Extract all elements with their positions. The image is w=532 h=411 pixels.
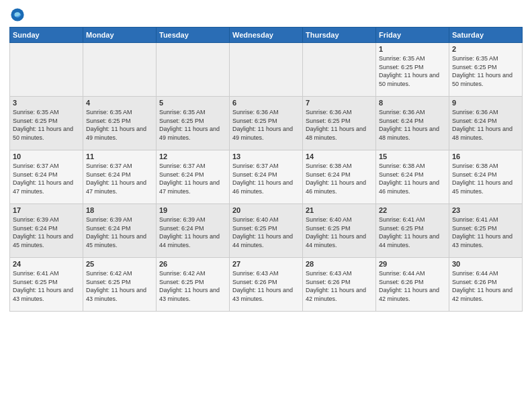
sunset-text: Sunset: 6:26 PM bbox=[379, 279, 424, 285]
daylight-text: Daylight: 11 hours and 49 minutes. bbox=[86, 126, 146, 141]
sunset-text: Sunset: 6:24 PM bbox=[13, 225, 58, 232]
sunset-text: Sunset: 6:24 PM bbox=[86, 171, 131, 178]
day-info: Sunrise: 6:38 AM Sunset: 6:24 PM Dayligh… bbox=[452, 162, 519, 195]
day-info: Sunrise: 6:37 AM Sunset: 6:24 PM Dayligh… bbox=[13, 162, 80, 195]
daylight-text: Daylight: 11 hours and 50 minutes. bbox=[452, 72, 513, 87]
day-cell: 29 Sunrise: 6:44 AM Sunset: 6:26 PM Dayl… bbox=[376, 258, 449, 312]
day-number: 3 bbox=[13, 99, 80, 107]
day-cell bbox=[230, 43, 303, 97]
sunset-text: Sunset: 6:25 PM bbox=[86, 279, 131, 285]
day-info: Sunrise: 6:39 AM Sunset: 6:24 PM Dayligh… bbox=[159, 216, 226, 249]
sunrise-text: Sunrise: 6:36 AM bbox=[306, 109, 352, 116]
day-cell: 5 Sunrise: 6:35 AM Sunset: 6:25 PM Dayli… bbox=[157, 97, 230, 150]
sunset-text: Sunset: 6:24 PM bbox=[452, 171, 497, 178]
day-cell: 28 Sunrise: 6:43 AM Sunset: 6:26 PM Dayl… bbox=[303, 258, 376, 312]
day-cell: 22 Sunrise: 6:41 AM Sunset: 6:25 PM Dayl… bbox=[376, 204, 449, 258]
day-info: Sunrise: 6:42 AM Sunset: 6:25 PM Dayligh… bbox=[159, 269, 226, 303]
sunrise-text: Sunrise: 6:41 AM bbox=[452, 216, 498, 223]
day-info: Sunrise: 6:41 AM Sunset: 6:25 PM Dayligh… bbox=[452, 216, 519, 249]
daylight-text: Daylight: 11 hours and 43 minutes. bbox=[159, 287, 220, 302]
header-monday: Monday bbox=[83, 28, 157, 43]
sunrise-text: Sunrise: 6:35 AM bbox=[13, 109, 59, 116]
sunset-text: Sunset: 6:26 PM bbox=[452, 279, 497, 285]
header-sunday: Sunday bbox=[10, 28, 83, 43]
day-cell: 19 Sunrise: 6:39 AM Sunset: 6:24 PM Dayl… bbox=[157, 204, 230, 258]
day-info: Sunrise: 6:36 AM Sunset: 6:25 PM Dayligh… bbox=[306, 108, 373, 142]
day-number: 24 bbox=[13, 260, 80, 268]
sunset-text: Sunset: 6:25 PM bbox=[13, 279, 58, 285]
header-row: Sunday Monday Tuesday Wednesday Thursday… bbox=[10, 28, 523, 43]
sunrise-text: Sunrise: 6:39 AM bbox=[13, 216, 59, 223]
daylight-text: Daylight: 11 hours and 49 minutes. bbox=[232, 126, 293, 141]
day-cell: 3 Sunrise: 6:35 AM Sunset: 6:25 PM Dayli… bbox=[10, 97, 83, 150]
day-number: 14 bbox=[306, 152, 373, 161]
sunrise-text: Sunrise: 6:36 AM bbox=[379, 109, 425, 116]
sunrise-text: Sunrise: 6:39 AM bbox=[86, 216, 132, 223]
daylight-text: Daylight: 11 hours and 42 minutes. bbox=[379, 287, 439, 302]
daylight-text: Daylight: 11 hours and 43 minutes. bbox=[13, 287, 73, 302]
day-info: Sunrise: 6:38 AM Sunset: 6:24 PM Dayligh… bbox=[379, 162, 446, 195]
daylight-text: Daylight: 11 hours and 49 minutes. bbox=[159, 126, 220, 141]
sunrise-text: Sunrise: 6:40 AM bbox=[306, 216, 352, 223]
daylight-text: Daylight: 11 hours and 46 minutes. bbox=[232, 179, 293, 195]
day-info: Sunrise: 6:35 AM Sunset: 6:25 PM Dayligh… bbox=[379, 54, 446, 88]
daylight-text: Daylight: 11 hours and 43 minutes. bbox=[232, 287, 293, 302]
day-number: 6 bbox=[232, 99, 300, 107]
header-tuesday: Tuesday bbox=[157, 28, 230, 43]
day-info: Sunrise: 6:41 AM Sunset: 6:25 PM Dayligh… bbox=[379, 216, 446, 249]
day-info: Sunrise: 6:36 AM Sunset: 6:24 PM Dayligh… bbox=[379, 108, 446, 142]
day-cell: 13 Sunrise: 6:37 AM Sunset: 6:24 PM Dayl… bbox=[230, 150, 303, 204]
day-info: Sunrise: 6:44 AM Sunset: 6:26 PM Dayligh… bbox=[379, 269, 446, 303]
day-info: Sunrise: 6:41 AM Sunset: 6:25 PM Dayligh… bbox=[13, 269, 80, 303]
logo bbox=[9, 7, 28, 23]
day-info: Sunrise: 6:43 AM Sunset: 6:26 PM Dayligh… bbox=[306, 269, 373, 303]
day-number: 9 bbox=[452, 99, 519, 107]
day-cell: 2 Sunrise: 6:35 AM Sunset: 6:25 PM Dayli… bbox=[449, 43, 523, 97]
day-cell: 18 Sunrise: 6:39 AM Sunset: 6:24 PM Dayl… bbox=[83, 204, 157, 258]
day-info: Sunrise: 6:39 AM Sunset: 6:24 PM Dayligh… bbox=[13, 216, 80, 249]
day-cell: 14 Sunrise: 6:38 AM Sunset: 6:24 PM Dayl… bbox=[303, 150, 376, 204]
sunset-text: Sunset: 6:25 PM bbox=[306, 225, 351, 232]
day-number: 2 bbox=[452, 45, 519, 53]
sunrise-text: Sunrise: 6:37 AM bbox=[86, 163, 132, 169]
sunrise-text: Sunrise: 6:38 AM bbox=[452, 163, 498, 169]
daylight-text: Daylight: 11 hours and 44 minutes. bbox=[379, 233, 439, 248]
daylight-text: Daylight: 11 hours and 44 minutes. bbox=[232, 233, 293, 248]
sunset-text: Sunset: 6:25 PM bbox=[306, 118, 351, 124]
day-number: 13 bbox=[232, 152, 300, 161]
day-cell: 20 Sunrise: 6:40 AM Sunset: 6:25 PM Dayl… bbox=[230, 204, 303, 258]
daylight-text: Daylight: 11 hours and 46 minutes. bbox=[306, 179, 366, 195]
day-info: Sunrise: 6:40 AM Sunset: 6:25 PM Dayligh… bbox=[232, 216, 300, 249]
day-cell: 27 Sunrise: 6:43 AM Sunset: 6:26 PM Dayl… bbox=[230, 258, 303, 312]
day-cell: 6 Sunrise: 6:36 AM Sunset: 6:25 PM Dayli… bbox=[230, 97, 303, 150]
day-cell: 15 Sunrise: 6:38 AM Sunset: 6:24 PM Dayl… bbox=[376, 150, 449, 204]
sunrise-text: Sunrise: 6:38 AM bbox=[379, 163, 425, 169]
daylight-text: Daylight: 11 hours and 48 minutes. bbox=[306, 126, 366, 141]
day-info: Sunrise: 6:36 AM Sunset: 6:24 PM Dayligh… bbox=[452, 108, 519, 142]
sunset-text: Sunset: 6:24 PM bbox=[452, 118, 497, 124]
sunrise-text: Sunrise: 6:43 AM bbox=[232, 270, 279, 277]
day-number: 27 bbox=[232, 260, 300, 268]
day-info: Sunrise: 6:35 AM Sunset: 6:25 PM Dayligh… bbox=[159, 108, 226, 142]
daylight-text: Daylight: 11 hours and 43 minutes. bbox=[86, 287, 146, 302]
day-info: Sunrise: 6:42 AM Sunset: 6:25 PM Dayligh… bbox=[86, 269, 153, 303]
day-info: Sunrise: 6:37 AM Sunset: 6:24 PM Dayligh… bbox=[232, 162, 300, 195]
day-number: 23 bbox=[452, 206, 519, 214]
day-cell: 1 Sunrise: 6:35 AM Sunset: 6:25 PM Dayli… bbox=[376, 43, 449, 97]
day-info: Sunrise: 6:37 AM Sunset: 6:24 PM Dayligh… bbox=[159, 162, 226, 195]
sunrise-text: Sunrise: 6:44 AM bbox=[452, 270, 498, 277]
sunrise-text: Sunrise: 6:42 AM bbox=[86, 270, 132, 277]
daylight-text: Daylight: 11 hours and 45 minutes. bbox=[452, 179, 513, 195]
sunset-text: Sunset: 6:25 PM bbox=[379, 64, 424, 71]
daylight-text: Daylight: 11 hours and 47 minutes. bbox=[86, 179, 146, 195]
sunset-text: Sunset: 6:24 PM bbox=[306, 171, 351, 178]
sunset-text: Sunset: 6:25 PM bbox=[452, 64, 497, 71]
sunrise-text: Sunrise: 6:37 AM bbox=[13, 163, 59, 169]
daylight-text: Daylight: 11 hours and 44 minutes. bbox=[159, 233, 220, 248]
day-number: 29 bbox=[379, 260, 446, 268]
day-number: 5 bbox=[159, 99, 226, 107]
day-number: 17 bbox=[13, 206, 80, 214]
sunset-text: Sunset: 6:24 PM bbox=[159, 171, 204, 178]
sunset-text: Sunset: 6:25 PM bbox=[452, 225, 497, 232]
daylight-text: Daylight: 11 hours and 48 minutes. bbox=[379, 126, 439, 141]
